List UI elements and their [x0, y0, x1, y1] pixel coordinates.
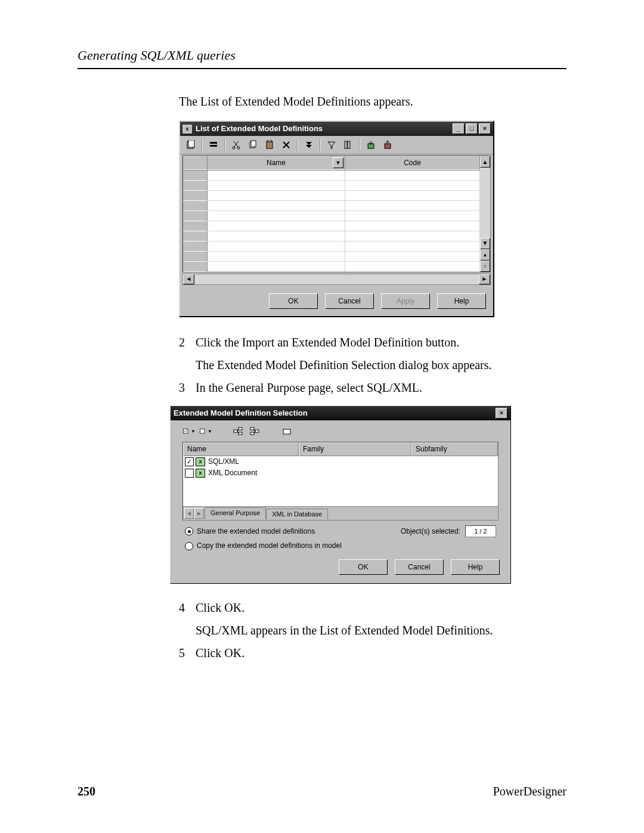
- cancel-button[interactable]: Cancel: [395, 559, 444, 575]
- select-all-icon[interactable]: ▼: [182, 425, 196, 437]
- intro-text: The List of Extended Model Definitions a…: [179, 93, 566, 110]
- step-body: Click OK.: [196, 645, 566, 661]
- scroll-right-icon[interactable]: ►: [479, 274, 490, 284]
- table-row[interactable]: [183, 201, 480, 211]
- maximize-icon[interactable]: □: [466, 123, 478, 134]
- dialog-button-row: OK Cancel Help: [171, 553, 510, 583]
- name-column-header[interactable]: Name ▼: [208, 156, 345, 170]
- table-row[interactable]: [183, 211, 480, 221]
- close-icon[interactable]: ×: [479, 123, 491, 134]
- expand-tree-icon[interactable]: [231, 425, 244, 437]
- radio-selected-icon[interactable]: [185, 527, 193, 535]
- xem-app-icon: x: [182, 125, 192, 134]
- list-dialog-title: List of Extended Model Definitions: [196, 123, 323, 134]
- table-row[interactable]: [183, 171, 480, 181]
- step-3: 3 In the General Purpose page, select SQ…: [179, 379, 566, 396]
- svg-rect-18: [239, 432, 242, 435]
- delete-icon[interactable]: [279, 138, 293, 151]
- table-row[interactable]: [183, 221, 480, 231]
- help-button[interactable]: Help: [451, 559, 500, 575]
- scrollbar-track[interactable]: [480, 168, 490, 238]
- help-button[interactable]: Help: [437, 293, 486, 309]
- list-dialog-toolbar: [180, 136, 493, 154]
- cut-icon[interactable]: [229, 138, 243, 151]
- import-icon[interactable]: [364, 138, 378, 151]
- export-icon[interactable]: [380, 138, 395, 151]
- vertical-scrollbar[interactable]: ▲ ▼ ▲ ▼: [480, 156, 490, 272]
- toolbar-separator: [202, 139, 203, 151]
- tab-xml-in-database[interactable]: XML in Database: [266, 509, 328, 519]
- radio-unselected-icon[interactable]: [185, 542, 193, 550]
- close-icon[interactable]: ×: [496, 408, 507, 419]
- grid-body[interactable]: [183, 171, 480, 272]
- table-row[interactable]: [183, 252, 480, 262]
- step-number: 2: [179, 334, 196, 373]
- properties-icon[interactable]: [184, 138, 198, 151]
- table-row[interactable]: [183, 181, 480, 191]
- dropdown-icon[interactable]: ▼: [333, 157, 343, 168]
- tab-scroll-right-icon[interactable]: ►: [194, 508, 204, 519]
- table-row[interactable]: [183, 191, 480, 201]
- ok-button[interactable]: OK: [269, 293, 318, 309]
- find-icon[interactable]: [302, 138, 316, 151]
- cancel-button[interactable]: Cancel: [325, 293, 374, 309]
- radio-share[interactable]: Share the extended model definitions: [185, 527, 315, 537]
- family-column-header[interactable]: Family: [299, 442, 411, 456]
- selection-dialog-title: Extended Model Definition Selection: [174, 408, 308, 419]
- minimize-icon[interactable]: _: [453, 123, 465, 134]
- path-icon[interactable]: [280, 425, 293, 437]
- toolbar-separator: [297, 139, 298, 151]
- horizontal-scrollbar[interactable]: ◄ ►: [182, 274, 491, 285]
- svg-rect-16: [234, 430, 237, 432]
- scroll-left-icon[interactable]: ◄: [183, 274, 194, 284]
- xem-icon: x: [196, 457, 205, 466]
- selection-dialog-titlebar[interactable]: Extended Model Definition Selection ×: [171, 406, 510, 420]
- name-column-header[interactable]: Name: [183, 442, 299, 456]
- scroll-down-icon[interactable]: ▼: [480, 238, 490, 249]
- radio-copy[interactable]: Copy the extended model definitions in m…: [185, 541, 496, 551]
- scrollbar-track[interactable]: [194, 274, 479, 284]
- step-text: Click the Import an Extended Model Defin…: [196, 334, 566, 351]
- customize-columns-icon[interactable]: [341, 138, 355, 151]
- table-row[interactable]: [183, 241, 480, 252]
- checkbox-icon[interactable]: ✓: [185, 457, 194, 466]
- svg-rect-17: [239, 428, 242, 430]
- list-dialog-titlebar[interactable]: x List of Extended Model Definitions _ □…: [180, 122, 493, 136]
- ok-button[interactable]: OK: [339, 559, 388, 575]
- toolbar-separator: [224, 139, 225, 151]
- scroll-jump-down-icon[interactable]: ▼: [480, 261, 490, 272]
- apply-button[interactable]: Apply: [381, 293, 430, 309]
- selection-list-body[interactable]: ✓ x SQL/XML x XML Document: [183, 456, 498, 506]
- table-row[interactable]: [183, 262, 480, 272]
- copy-icon[interactable]: [246, 138, 260, 151]
- page: Generating SQL/XML queries The List of E…: [0, 0, 644, 833]
- subfamily-column-header[interactable]: Subfamily: [411, 442, 498, 456]
- code-column-header[interactable]: Code: [345, 156, 480, 170]
- tab-general-purpose[interactable]: General Purpose: [205, 507, 266, 519]
- svg-rect-11: [348, 141, 350, 148]
- list-item-label: XML Document: [208, 468, 257, 478]
- table-row[interactable]: [183, 231, 480, 241]
- step-4: 4 Click OK. SQL/XML appears in the List …: [179, 599, 566, 639]
- list-item[interactable]: ✓ x SQL/XML: [183, 456, 498, 467]
- radio-label: Copy the extended model definitions in m…: [197, 541, 342, 551]
- selection-toolbar: ▼ ▼: [171, 420, 510, 442]
- scroll-up-icon[interactable]: ▲: [480, 156, 490, 168]
- checkbox-icon[interactable]: [185, 469, 194, 478]
- deselect-all-icon[interactable]: ▼: [199, 425, 212, 437]
- filter-icon[interactable]: [324, 138, 339, 151]
- row-header-column[interactable]: [183, 156, 208, 170]
- objects-selected-count: 1 / 2: [465, 525, 496, 537]
- list-item[interactable]: x XML Document: [183, 467, 498, 479]
- svg-rect-2: [210, 142, 217, 144]
- scroll-jump-up-icon[interactable]: ▲: [480, 249, 490, 261]
- selection-list: Name Family Subfamily ✓ x SQL/XML x XML …: [182, 442, 499, 521]
- tab-scroll-left-icon[interactable]: ◄: [184, 508, 194, 519]
- step-body: Click OK. SQL/XML appears in the List of…: [196, 599, 566, 639]
- collapse-tree-icon[interactable]: [248, 425, 261, 437]
- step-text: Click OK.: [196, 645, 566, 661]
- svg-rect-7: [251, 141, 256, 147]
- list-dialog: x List of Extended Model Definitions _ □…: [179, 120, 494, 317]
- paste-icon[interactable]: [262, 138, 277, 151]
- insert-row-icon[interactable]: [206, 138, 221, 151]
